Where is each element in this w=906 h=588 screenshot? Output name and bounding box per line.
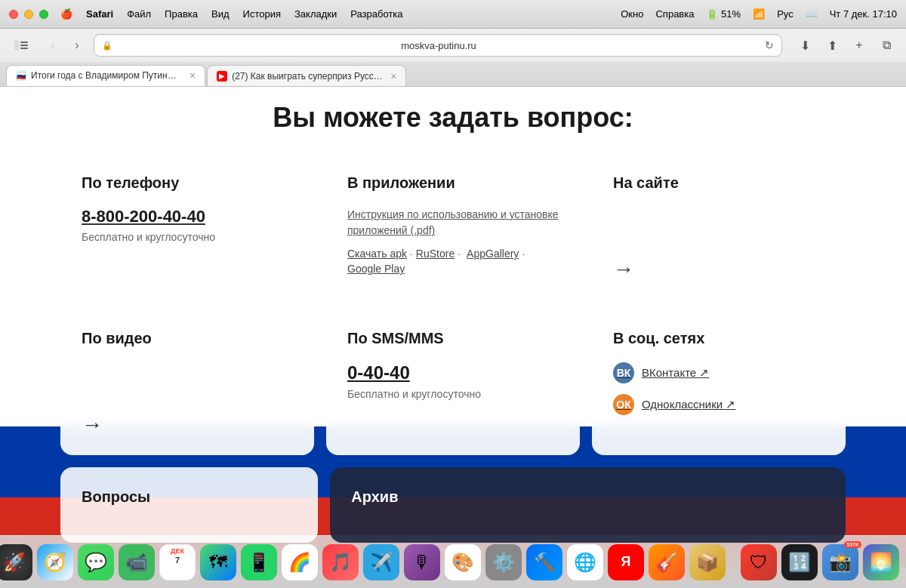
sep-1: · bbox=[410, 248, 413, 260]
browser-chrome: ‹ › 🔒 moskva-putinu.ru ↻ ⬇ ⬆ + ⧉ 🇷🇺 Итог… bbox=[0, 29, 906, 87]
history-menu[interactable]: История bbox=[243, 8, 281, 20]
ok-label: Одноклассники ↗ bbox=[642, 398, 735, 411]
menu-bar: 🍎 Safari Файл Правка Вид История Закладк… bbox=[60, 8, 403, 20]
address-text: moskva-putinu.ru bbox=[117, 40, 760, 51]
browser-toolbar: ‹ › 🔒 moskva-putinu.ru ↻ ⬇ ⬆ + ⧉ bbox=[0, 29, 906, 62]
card-app: В приложении Инструкция по использованию… bbox=[326, 156, 580, 300]
card-social: В соц. сетях ВК ВКонтакте ↗ ОК Однокласс… bbox=[592, 312, 846, 455]
file-menu[interactable]: Файл bbox=[127, 8, 151, 20]
video-arrow[interactable]: → bbox=[82, 413, 293, 437]
tab-1-title: Итоги года с Владимиром Путиным. bbox=[31, 70, 182, 81]
language-indicator: Рус bbox=[777, 8, 794, 20]
sep-3: · bbox=[522, 248, 525, 260]
phone-number[interactable]: 8-800-200-40-40 bbox=[82, 207, 293, 226]
main-title: Вы можете задать вопрос: bbox=[60, 102, 846, 134]
rustore-link[interactable]: RuStore bbox=[416, 248, 455, 260]
ok-icon: ОК bbox=[613, 394, 634, 415]
svg-rect-3 bbox=[20, 48, 28, 49]
minimize-button[interactable] bbox=[24, 10, 33, 19]
apple-menu[interactable]: 🍎 bbox=[60, 8, 72, 20]
lock-icon: 🔒 bbox=[102, 41, 112, 51]
cards-grid-top: По телефону 8-800-200-40-40 Бесплатно и … bbox=[60, 156, 846, 300]
questions-card[interactable]: Вопросы bbox=[60, 467, 318, 543]
card-phone: По телефону 8-800-200-40-40 Бесплатно и … bbox=[60, 156, 314, 300]
sms-number[interactable]: 0-40-40 bbox=[347, 362, 559, 383]
vk-icon: ВК bbox=[613, 362, 634, 383]
tab-1-favicon: 🇷🇺 bbox=[16, 70, 26, 81]
fullscreen-button[interactable] bbox=[39, 10, 48, 19]
downloads-button[interactable]: ⬇ bbox=[794, 35, 815, 56]
tabs-bar: 🇷🇺 Итоги года с Владимиром Путиным. × ▶ … bbox=[0, 62, 906, 86]
tab-2-title: (27) Как выиграть суперприз Русское лото… bbox=[232, 71, 383, 82]
develop-menu[interactable]: Разработка bbox=[350, 8, 402, 20]
back-button[interactable]: ‹ bbox=[42, 35, 63, 56]
share-button[interactable]: ⬆ bbox=[821, 35, 843, 56]
sms-subtitle: Бесплатно и круглосуточно bbox=[347, 388, 559, 400]
tab-1-close[interactable]: × bbox=[190, 69, 196, 82]
ok-link[interactable]: ОК Одноклассники ↗ bbox=[613, 394, 824, 415]
input-method: ⌨️ bbox=[806, 8, 818, 20]
refresh-button[interactable]: ↻ bbox=[765, 39, 774, 51]
safari-menu[interactable]: Safari bbox=[86, 8, 113, 20]
address-bar[interactable]: 🔒 moskva-putinu.ru ↻ bbox=[94, 34, 782, 57]
app-links: Скачать apk · RuStore · AppGallery · Goo… bbox=[347, 248, 559, 275]
help-menu[interactable]: Справка bbox=[655, 8, 694, 20]
titlebar: 🍎 Safari Файл Правка Вид История Закладк… bbox=[0, 0, 906, 29]
tab-1[interactable]: 🇷🇺 Итоги года с Владимиром Путиным. × bbox=[6, 65, 205, 86]
phone-subtitle: Бесплатно и круглосуточно bbox=[82, 231, 293, 243]
vk-link[interactable]: ВК ВКонтакте ↗ bbox=[613, 362, 824, 383]
bottom-grid: Вопросы Архив bbox=[60, 467, 846, 543]
new-tab-button[interactable]: + bbox=[849, 35, 870, 56]
card-sms: По SMS/MMS 0-40-40 Бесплатно и круглосут… bbox=[326, 312, 580, 455]
card-sms-title: По SMS/MMS bbox=[347, 330, 559, 347]
wifi-indicator: 📶 bbox=[753, 8, 765, 20]
questions-title: Вопросы bbox=[82, 488, 297, 506]
appgallery-link[interactable]: AppGallery bbox=[467, 248, 519, 260]
show-tabs-button[interactable]: ⧉ bbox=[876, 35, 897, 56]
forward-button[interactable]: › bbox=[66, 35, 88, 56]
traffic-lights bbox=[9, 10, 48, 19]
app-instruction-link[interactable]: Инструкция по использованию и установке … bbox=[347, 207, 559, 239]
site-arrow[interactable]: → bbox=[613, 257, 824, 282]
svg-rect-2 bbox=[20, 45, 28, 46]
sidebar-toggle-button[interactable] bbox=[9, 35, 33, 56]
date-time: Чт 7 дек. 17:10 bbox=[830, 8, 897, 20]
tab-2-favicon: ▶ bbox=[217, 71, 227, 82]
social-links: ВК ВКонтакте ↗ ОК Одноклассники ↗ bbox=[613, 362, 824, 415]
window-menu[interactable]: Окно bbox=[621, 8, 643, 20]
battery-indicator: 🔋 51% bbox=[706, 8, 741, 20]
edit-menu[interactable]: Правка bbox=[165, 8, 198, 20]
card-video-title: По видео bbox=[82, 330, 293, 347]
cards-grid-bottom: По видео → По SMS/MMS 0-40-40 Бесплатно … bbox=[60, 312, 846, 455]
card-app-title: В приложении bbox=[347, 174, 559, 192]
card-site-title: На сайте bbox=[613, 174, 824, 192]
titlebar-right: Окно Справка 🔋 51% 📶 Рус ⌨️ Чт 7 дек. 17… bbox=[621, 0, 897, 28]
archive-card[interactable]: Архив bbox=[330, 467, 846, 543]
svg-rect-0 bbox=[14, 40, 19, 51]
close-button[interactable] bbox=[9, 10, 18, 19]
sep-2: · bbox=[458, 248, 461, 260]
archive-title: Архив bbox=[351, 488, 824, 506]
tab-2-close[interactable]: × bbox=[390, 70, 396, 82]
nav-buttons: ‹ › bbox=[42, 35, 88, 56]
toolbar-actions: ⬇ ⬆ + ⧉ bbox=[794, 35, 897, 56]
vk-label: ВКонтакте ↗ bbox=[642, 366, 709, 380]
tab-2[interactable]: ▶ (27) Как выиграть суперприз Русское ло… bbox=[207, 65, 406, 86]
bookmarks-menu[interactable]: Закладки bbox=[294, 8, 337, 20]
card-social-title: В соц. сетях bbox=[613, 330, 824, 347]
card-site: На сайте → bbox=[592, 156, 846, 300]
card-video: По видео → bbox=[60, 312, 314, 455]
card-phone-title: По телефону bbox=[82, 174, 293, 192]
page-inner: Вы можете задать вопрос: По телефону 8-8… bbox=[0, 87, 906, 558]
page-content: Вы можете задать вопрос: По телефону 8-8… bbox=[0, 87, 906, 568]
svg-rect-1 bbox=[20, 42, 28, 43]
googleplay-link[interactable]: Google Play bbox=[347, 263, 405, 275]
view-menu[interactable]: Вид bbox=[211, 8, 230, 20]
apk-link[interactable]: Скачать apk bbox=[347, 248, 407, 260]
